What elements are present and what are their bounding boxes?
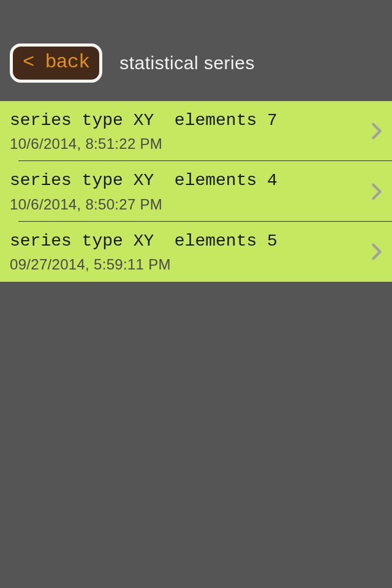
item-title: series type XY elements 7 [10, 110, 371, 132]
list-item[interactable]: series type XY elements 5 09/27/2014, 5:… [0, 222, 392, 282]
list-item[interactable]: series type XY elements 4 10/6/2014, 8:5… [0, 161, 392, 221]
item-content: series type XY elements 7 10/6/2014, 8:5… [10, 110, 371, 153]
chevron-right-icon [371, 123, 382, 140]
series-list: series type XY elements 7 10/6/2014, 8:5… [0, 101, 392, 282]
item-timestamp: 09/27/2014, 5:59:11 PM [10, 256, 371, 273]
item-content: series type XY elements 5 09/27/2014, 5:… [10, 230, 371, 273]
list-item[interactable]: series type XY elements 7 10/6/2014, 8:5… [0, 101, 392, 161]
item-timestamp: 10/6/2014, 8:50:27 PM [10, 196, 371, 213]
page-title: statistical series [119, 53, 255, 74]
item-title: series type XY elements 4 [10, 170, 371, 192]
item-title: series type XY elements 5 [10, 230, 371, 252]
item-content: series type XY elements 4 10/6/2014, 8:5… [10, 170, 371, 213]
item-timestamp: 10/6/2014, 8:51:22 PM [10, 135, 371, 153]
chevron-right-icon [371, 183, 382, 200]
chevron-right-icon [371, 243, 382, 260]
back-button[interactable]: < back [10, 43, 102, 83]
header: < back statistical series [0, 0, 392, 101]
